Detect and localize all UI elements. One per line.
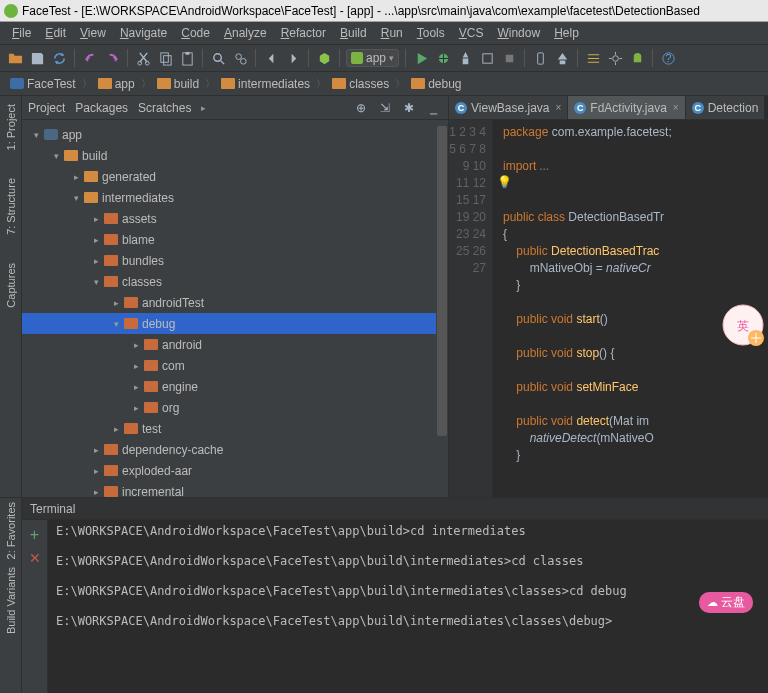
scrollbar[interactable] [436,120,448,497]
menu-navigate[interactable]: Navigate [114,24,173,42]
tab-viewbase-java[interactable]: CViewBase.java× [449,96,568,119]
tree-org[interactable]: ▸org [22,397,448,418]
make-icon[interactable] [315,49,333,67]
close-icon[interactable]: ✕ [29,550,41,566]
strip-build-variants[interactable]: Build Variants [3,563,19,638]
forward-icon[interactable] [284,49,302,67]
close-icon[interactable]: × [556,102,562,113]
strip-2-favorites[interactable]: 2: Favorites [3,498,19,563]
chevron-right-icon[interactable]: ▸ [201,103,206,113]
terminal-header[interactable]: Terminal [22,498,768,520]
tree-androidtest[interactable]: ▸androidTest [22,292,448,313]
tree-bundles[interactable]: ▸bundles [22,250,448,271]
menu-bar: FileEditViewNavigateCodeAnalyzeRefactorB… [0,22,768,44]
debug-icon[interactable] [434,49,452,67]
crumb-debug[interactable]: debug [407,75,465,93]
menu-analyze[interactable]: Analyze [218,24,273,42]
copy-icon[interactable] [156,49,174,67]
menu-edit[interactable]: Edit [39,24,72,42]
crumb-build[interactable]: build [153,75,203,93]
menu-build[interactable]: Build [334,24,373,42]
undo-icon[interactable] [81,49,99,67]
tree-blame[interactable]: ▸blame [22,229,448,250]
tree-build[interactable]: ▾build [22,145,448,166]
menu-view[interactable]: View [74,24,112,42]
sdk-icon[interactable] [553,49,571,67]
find-icon[interactable] [209,49,227,67]
terminal-panel: 2: FavoritesBuild Variants Terminal + ✕ … [0,497,768,693]
run-icon[interactable] [412,49,430,67]
structure-icon[interactable] [584,49,602,67]
tree-intermediates[interactable]: ▾intermediates [22,187,448,208]
add-icon[interactable]: + [30,526,39,544]
svg-point-13 [612,55,618,61]
svg-text:?: ? [665,52,671,64]
tree-debug[interactable]: ▾debug [22,313,448,334]
close-icon[interactable]: × [673,102,679,113]
tree-engine[interactable]: ▸engine [22,376,448,397]
tree-generated[interactable]: ▸generated [22,166,448,187]
tree-app[interactable]: ▾app [22,124,448,145]
project-tab[interactable]: Project [28,101,65,115]
locate-icon[interactable]: ⊕ [352,99,370,117]
menu-tools[interactable]: Tools [411,24,451,42]
tree-dependency-cache[interactable]: ▸dependency-cache [22,439,448,460]
replace-icon[interactable] [231,49,249,67]
gear-icon[interactable]: ✱ [400,99,418,117]
attach-icon[interactable] [478,49,496,67]
settings-icon[interactable] [606,49,624,67]
crumb-classes[interactable]: classes [328,75,393,93]
svg-rect-3 [163,55,171,64]
apply-icon[interactable] [456,49,474,67]
tree-exploded-aar[interactable]: ▸exploded-aar [22,460,448,481]
tab-detection[interactable]: CDetection [686,96,766,119]
menu-code[interactable]: Code [175,24,216,42]
strip-1-project[interactable]: 1: Project [3,100,19,154]
floating-mascot-icon[interactable]: 英 [718,300,768,350]
tree-incremental[interactable]: ▸incremental [22,481,448,497]
scratches-tab[interactable]: Scratches [138,101,191,115]
stop-icon[interactable] [500,49,518,67]
menu-file[interactable]: File [6,24,37,42]
sync-icon[interactable] [50,49,68,67]
tab-fdactivity-java[interactable]: CFdActivity.java× [568,96,685,119]
project-tree[interactable]: ▾app▾build▸generated▾intermediates▸asset… [22,120,448,497]
android-head-icon[interactable] [628,49,646,67]
help-icon[interactable]: ? [659,49,677,67]
collapse-icon[interactable]: ⇲ [376,99,394,117]
packages-tab[interactable]: Packages [75,101,128,115]
menu-refactor[interactable]: Refactor [275,24,332,42]
strip-7-structure[interactable]: 7: Structure [3,174,19,239]
menu-run[interactable]: Run [375,24,409,42]
svg-text:英: 英 [737,319,749,333]
open-icon[interactable] [6,49,24,67]
back-icon[interactable] [262,49,280,67]
menu-vcs[interactable]: VCS [453,24,490,42]
left-tool-strip-2: 2: FavoritesBuild Variants [0,498,22,693]
crumb-intermediates[interactable]: intermediates [217,75,314,93]
crumb-facetest[interactable]: FaceTest [6,75,80,93]
avd-icon[interactable] [531,49,549,67]
strip-captures[interactable]: Captures [3,259,19,312]
paste-icon[interactable] [178,49,196,67]
app-icon [4,4,18,18]
terminal-output[interactable]: E:\WORKSPACE\AndroidWorkspace\FaceTest\a… [48,520,768,693]
menu-window[interactable]: Window [491,24,546,42]
tree-android[interactable]: ▸android [22,334,448,355]
editor-tabs: CViewBase.java×CFdActivity.java×CDetecti… [449,96,768,120]
hide-icon[interactable]: ⎯ [424,99,442,117]
menu-help[interactable]: Help [548,24,585,42]
cloud-badge[interactable]: ☁ 云盘 [699,592,753,613]
tree-test[interactable]: ▸test [22,418,448,439]
tree-classes[interactable]: ▾classes [22,271,448,292]
save-icon[interactable] [28,49,46,67]
gutter: 1 2 3 4 5 6 7 8 9 10 11 12 15 17 19 20 2… [449,120,493,497]
tree-assets[interactable]: ▸assets [22,208,448,229]
crumb-app[interactable]: app [94,75,139,93]
redo-icon[interactable] [103,49,121,67]
tree-com[interactable]: ▸com [22,355,448,376]
run-config-selector[interactable]: app ▾ [346,49,399,67]
bulb-icon[interactable]: 💡 [497,175,511,189]
cut-icon[interactable] [134,49,152,67]
chevron-down-icon: ▾ [389,53,394,63]
